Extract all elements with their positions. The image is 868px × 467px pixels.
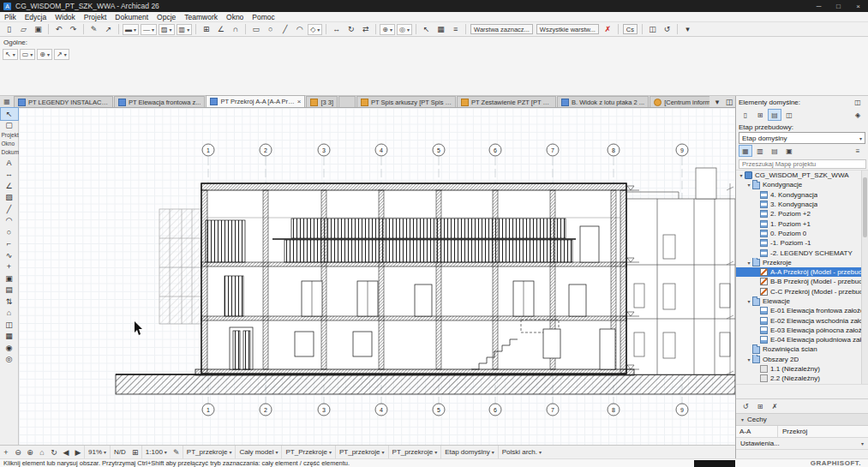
tab-overflow-icon[interactable]: ▾ <box>712 96 722 108</box>
fit-in-window-icon[interactable]: ⌂ <box>36 448 48 457</box>
pan-icon[interactable]: + <box>0 448 12 457</box>
tree-item[interactable]: E-02 Elewacja wschodnia założenia (Mod <box>736 315 868 325</box>
favorites-icon[interactable]: ◈ <box>851 109 865 121</box>
guide-lines-icon[interactable]: ∠ <box>214 23 227 35</box>
move-icon[interactable]: ↔ <box>330 23 343 35</box>
publisher-icon[interactable]: ▣ <box>782 145 796 157</box>
view-options-combo[interactable]: ◎▾ <box>397 24 412 35</box>
document-tab[interactable]: PT Spis arkuszy [PT Spis ar... × <box>356 96 456 107</box>
toolbox-section-label[interactable]: Okno <box>0 140 19 148</box>
redo-icon[interactable]: ↷ <box>67 23 80 35</box>
hotspot-tool[interactable]: + <box>1 261 18 273</box>
tree-item[interactable]: E-03 Elewacja północna założenia (Mode <box>736 326 868 335</box>
menu-item[interactable]: Opcje <box>153 13 180 21</box>
tree-item[interactable]: E-01 Elewacja frontowa założenia (Model <box>736 306 868 315</box>
arc-tool[interactable]: ◠ <box>1 215 18 227</box>
tree-item[interactable]: ▾ Przekroje <box>736 258 868 267</box>
renovation-stage-select[interactable]: Etap domyślny ▾ <box>739 132 865 144</box>
arrow-default-combo[interactable]: ↖ ▾ <box>3 49 18 60</box>
quick-layers-combo[interactable]: PT_przekroje ▾ <box>183 446 236 458</box>
rotate-icon[interactable]: ↻ <box>344 23 357 35</box>
menu-item[interactable]: Teamwork <box>180 13 222 21</box>
save-icon[interactable]: ▣ <box>32 23 45 35</box>
corner-window-default-icon[interactable]: ◫ <box>782 109 796 121</box>
tree-item[interactable]: ▾ CG_WISDOM_PT_SZK_WWA <box>736 171 868 180</box>
interior-elevation-tool[interactable]: ◫ <box>1 319 18 331</box>
pen-tool-icon[interactable]: ✎ <box>87 23 100 35</box>
marquee-icon[interactable]: ▭ <box>249 23 262 35</box>
line-tool[interactable]: ╱ <box>1 203 18 215</box>
chevron-icon[interactable]: ▾ <box>738 172 745 178</box>
tree-item[interactable]: 2. Poziom +2 <box>736 209 868 219</box>
circle-tool[interactable]: ○ <box>1 226 18 238</box>
chevron-icon[interactable]: ▾ <box>745 182 752 188</box>
pen-color-combo[interactable]: ▬▾ <box>123 24 139 35</box>
section-tool[interactable]: ⇅ <box>1 296 18 308</box>
settings-button[interactable]: Ustawienia... ▾ <box>736 438 868 450</box>
project-map-search-input[interactable] <box>739 159 866 169</box>
toolbox-section-label[interactable]: Projekt <box>0 131 19 140</box>
tab-list-icon[interactable]: ▦ <box>0 96 14 107</box>
window-default-icon[interactable]: ⊞ <box>753 109 767 121</box>
transfer-settings-combo[interactable]: ↗ ▾ <box>54 49 69 60</box>
layer-combination-combo[interactable]: PT_przekroje ▾ <box>335 446 388 458</box>
document-tab[interactable]: [3 3] × <box>306 96 338 107</box>
zoom-in-icon[interactable]: ⊕ <box>24 448 36 457</box>
polyline-tool[interactable]: ⌐ <box>1 238 18 250</box>
tree-item[interactable]: A-A Przekrój (Model - przebudowanie au <box>736 267 868 277</box>
layers-icon[interactable]: ≡ <box>449 23 462 35</box>
menu-item[interactable]: Pomoc <box>248 13 278 21</box>
camera-tool[interactable]: ◎ <box>1 354 18 366</box>
clear-filter-icon[interactable]: ✗ <box>602 23 614 35</box>
tree-item[interactable]: ▾ Obszary 2D <box>736 355 868 364</box>
text-tool[interactable]: A <box>1 157 18 169</box>
group-icon[interactable]: ▦ <box>434 23 447 35</box>
fill-pattern-combo[interactable]: ▨▾ <box>159 24 175 35</box>
tree-item[interactable]: 2.2 (Niezależny) <box>736 374 868 383</box>
marquee-default-combo[interactable]: ▭ ▾ <box>20 49 36 60</box>
tab-options-icon[interactable]: ◫ <box>724 96 734 108</box>
elevation-tool[interactable]: ⌂ <box>1 308 18 320</box>
arc-icon[interactable]: ◠ <box>293 23 306 35</box>
tree-scrollbar[interactable] <box>861 171 868 384</box>
marquee-tool[interactable]: ▢ <box>1 120 18 132</box>
section-drawing[interactable]: 123456789 123456789 <box>19 108 735 445</box>
drawing-tool[interactable]: ▤ <box>1 284 18 296</box>
properties-section-header[interactable]: ▾ Cechy <box>736 413 868 426</box>
figure-tool[interactable]: ▣ <box>1 272 18 284</box>
document-tab[interactable]: [Centrum informacyjne] × <box>650 96 709 107</box>
grid-snap-icon[interactable]: ⊞ <box>200 23 213 35</box>
link-icon[interactable]: ◫ <box>646 23 659 35</box>
new-file-icon[interactable]: ▯ <box>3 23 15 35</box>
zoom-options-combo[interactable]: ⊕▾ <box>380 24 395 35</box>
quick-views-combo[interactable]: PT_Przekroje ▾ <box>281 446 334 458</box>
door-default-icon[interactable]: ▯ <box>739 109 752 121</box>
gravity-icon[interactable]: ∩ <box>229 23 242 35</box>
orbit-icon[interactable]: ↻ <box>48 448 60 457</box>
renovation-filter-combo[interactable]: Etap domyślny ▾ <box>440 446 497 458</box>
menu-item[interactable]: Widok <box>51 13 80 21</box>
spline-tool[interactable]: ∿ <box>1 249 18 261</box>
chevron-icon[interactable]: ▾ <box>745 260 752 266</box>
fill-tool[interactable]: ▨ <box>1 192 18 204</box>
detail-tool[interactable]: ◉ <box>1 342 18 354</box>
tree-item[interactable]: -1. Poziom -1 <box>736 238 868 248</box>
tree-item[interactable]: B-B Przekrój (Model - przebudowanie aut <box>736 277 868 286</box>
dimension-standard-combo[interactable]: Polski arch. ▾ <box>498 446 545 458</box>
scale-combo[interactable]: 1:100 ▾ <box>141 446 171 458</box>
tree-item[interactable]: 3. Kondygnacja <box>736 200 868 209</box>
tree-item[interactable]: 0. Poziom 0 <box>736 229 868 238</box>
document-tab[interactable]: PT Elewacja frontowa z... × <box>114 96 205 107</box>
mirror-icon[interactable]: ⇄ <box>359 23 372 35</box>
tab-close-icon[interactable]: × <box>297 98 302 105</box>
circle-icon[interactable]: ○ <box>264 23 277 35</box>
zoom-out-icon[interactable]: ⊖ <box>12 448 24 457</box>
all-layers-button[interactable]: Wszystkie warstw... <box>536 24 599 34</box>
maximize-button[interactable]: □ <box>829 0 848 12</box>
document-tab[interactable]: PT LEGENDY INSTALACJI W... × <box>14 96 113 107</box>
close-button[interactable]: × <box>848 0 868 12</box>
project-map-icon[interactable]: ▦ <box>739 145 752 157</box>
zoom-percent-combo[interactable]: 91% ▾ <box>84 446 110 458</box>
delete-icon[interactable]: ✗ <box>768 400 781 412</box>
pin-palette-icon[interactable]: ▾ <box>681 23 694 35</box>
